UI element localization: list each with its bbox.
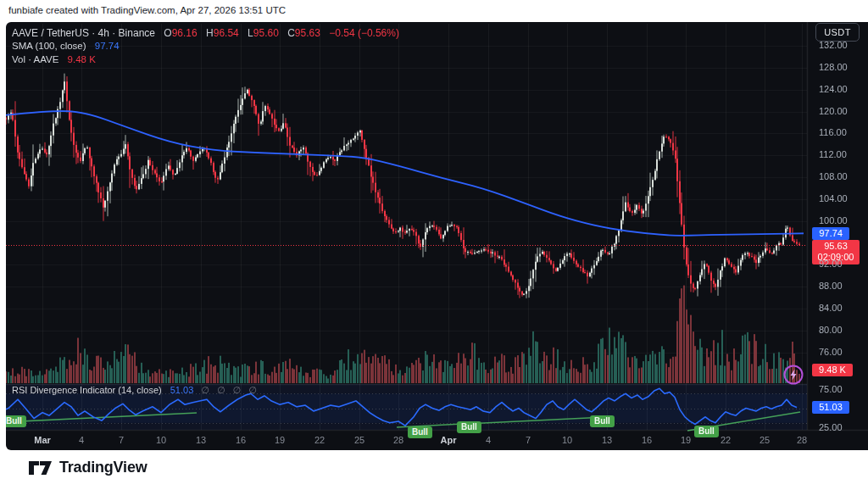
time-axis[interactable] xyxy=(6,430,868,450)
sma-value: 97.74 xyxy=(95,41,120,51)
sma-legend[interactable]: SMA (100, close) 97.74 xyxy=(12,41,120,51)
low-value: 95.60 xyxy=(253,27,279,39)
bull-divergence-badge: Bull xyxy=(6,415,26,427)
symbol-legend[interactable]: AAVE / TetherUS · 4h · Binance O96.16 H9… xyxy=(12,27,399,39)
close-label: C xyxy=(287,27,295,39)
high-label: H xyxy=(206,27,214,39)
low-label: L xyxy=(248,27,253,39)
open-label: O xyxy=(164,27,171,39)
tradingview-branding[interactable]: TradingView xyxy=(29,459,147,476)
sma-label: SMA (100, close) xyxy=(12,41,86,51)
lightning-icon[interactable] xyxy=(782,364,804,389)
chart-panel: AAVE / TetherUS · 4h · Binance O96.16 H9… xyxy=(6,22,868,450)
volume-value: 9.48 K xyxy=(68,54,96,64)
symbol-title: AAVE / TetherUS · 4h · Binance xyxy=(12,27,155,39)
attribution-text: funbiafe created with TradingView.com, A… xyxy=(8,5,286,15)
high-value: 96.54 xyxy=(214,27,239,39)
volume-label: Vol · AAVE xyxy=(12,54,58,64)
tradingview-logo-icon xyxy=(29,459,53,476)
bull-divergence-badge: Bull xyxy=(590,415,615,427)
rsi-title: RSI Divergence Indicator (14, close) xyxy=(12,385,162,395)
close-value: 95.63 xyxy=(295,27,320,39)
tradingview-wordmark: TradingView xyxy=(59,459,147,476)
change-value: −0.54 (−0.56%) xyxy=(329,27,399,39)
rsi-indicator-legend[interactable]: RSI Divergence Indicator (14, close) 51.… xyxy=(12,385,259,396)
rsi-value: 51.03 xyxy=(170,385,194,395)
open-value: 96.16 xyxy=(172,27,198,39)
tradingview-snapshot: { "header": { "attribution": "funbiafe c… xyxy=(0,0,868,490)
price-axis[interactable] xyxy=(810,22,868,430)
volume-legend[interactable]: Vol · AAVE 9.48 K xyxy=(12,54,96,64)
rsi-hidden-values: ∅ ∅ ∅ ∅ xyxy=(201,385,259,395)
